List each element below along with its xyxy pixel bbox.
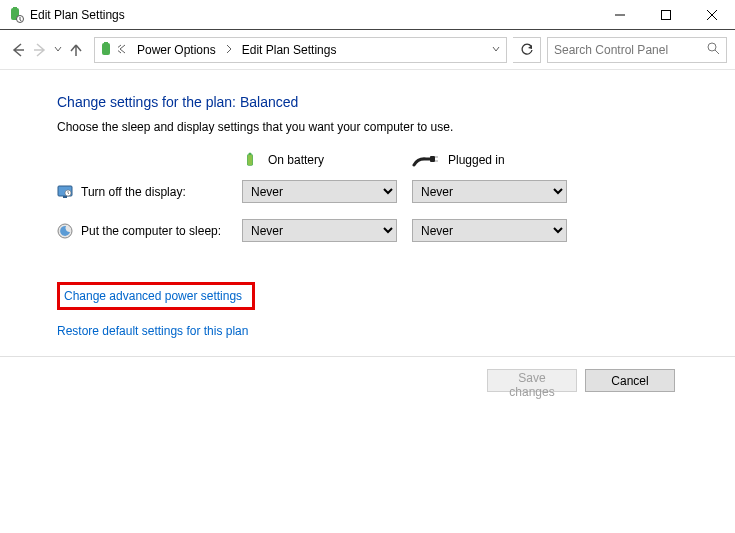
search-icon <box>707 42 720 58</box>
svg-rect-13 <box>248 155 252 165</box>
address-bar[interactable]: Power Options Edit Plan Settings <box>94 37 507 63</box>
sleep-icon <box>57 223 73 239</box>
breadcrumb-edit-plan[interactable]: Edit Plan Settings <box>236 38 343 62</box>
sleep-label: Put the computer to sleep: <box>81 224 221 238</box>
links-area: Change advanced power settings Restore d… <box>57 282 735 338</box>
chevron-down-icon <box>54 45 62 53</box>
columns-header: On battery Plugged in <box>57 152 735 168</box>
chevron-left-icon[interactable] <box>115 44 131 56</box>
navbar: Power Options Edit Plan Settings Search … <box>0 30 735 70</box>
svg-rect-8 <box>104 42 108 44</box>
minimize-button[interactable] <box>597 0 643 30</box>
plug-icon <box>412 152 438 168</box>
sleep-battery-select[interactable]: Never <box>242 219 397 242</box>
breadcrumb-power-options[interactable]: Power Options <box>131 38 222 62</box>
save-button[interactable]: Save changes <box>487 369 577 392</box>
row-sleep: Put the computer to sleep: Never Never <box>57 219 735 242</box>
display-label: Turn off the display: <box>81 185 186 199</box>
up-button[interactable] <box>66 40 86 60</box>
recent-dropdown[interactable] <box>52 45 64 55</box>
back-arrow-icon <box>10 42 26 58</box>
forward-button[interactable] <box>30 40 50 60</box>
up-arrow-icon <box>68 42 84 58</box>
battery-icon <box>242 152 258 168</box>
maximize-icon <box>661 10 671 20</box>
app-icon <box>8 7 24 23</box>
row-display: Turn off the display: Never Never <box>57 180 735 203</box>
chevron-down-icon <box>492 45 500 53</box>
minimize-icon <box>615 10 625 20</box>
column-plugged-label: Plugged in <box>448 153 505 167</box>
button-row: Save changes Cancel <box>0 357 735 404</box>
svg-rect-14 <box>430 156 435 162</box>
refresh-icon <box>520 43 534 57</box>
svg-point-9 <box>708 43 716 51</box>
window-controls <box>597 0 735 30</box>
svg-rect-4 <box>662 10 671 19</box>
refresh-button[interactable] <box>513 37 541 63</box>
back-button[interactable] <box>8 40 28 60</box>
content-area: Change settings for the plan: Balanced C… <box>0 70 735 338</box>
column-battery-label: On battery <box>268 153 324 167</box>
address-dropdown[interactable] <box>486 45 506 55</box>
cancel-button[interactable]: Cancel <box>585 369 675 392</box>
search-placeholder: Search Control Panel <box>554 43 668 57</box>
restore-defaults-link[interactable]: Restore default settings for this plan <box>57 324 248 338</box>
forward-arrow-icon <box>32 42 48 58</box>
search-input[interactable]: Search Control Panel <box>547 37 727 63</box>
location-icon <box>99 42 115 58</box>
highlighted-link-box: Change advanced power settings <box>57 282 255 310</box>
svg-rect-1 <box>13 7 17 9</box>
display-icon <box>57 184 73 200</box>
sleep-plugged-select[interactable]: Never <box>412 219 567 242</box>
page-heading: Change settings for the plan: Balanced <box>57 94 735 110</box>
svg-rect-18 <box>63 196 67 198</box>
window-title: Edit Plan Settings <box>30 8 125 22</box>
svg-rect-7 <box>102 43 110 55</box>
svg-rect-12 <box>249 153 252 155</box>
close-icon <box>707 10 717 20</box>
titlebar: Edit Plan Settings <box>0 0 735 30</box>
chevron-right-icon[interactable] <box>222 44 236 56</box>
advanced-settings-link[interactable]: Change advanced power settings <box>64 289 242 303</box>
page-subtext: Choose the sleep and display settings th… <box>57 120 735 134</box>
svg-line-10 <box>715 50 719 54</box>
display-plugged-select[interactable]: Never <box>412 180 567 203</box>
display-battery-select[interactable]: Never <box>242 180 397 203</box>
close-button[interactable] <box>689 0 735 30</box>
maximize-button[interactable] <box>643 0 689 30</box>
